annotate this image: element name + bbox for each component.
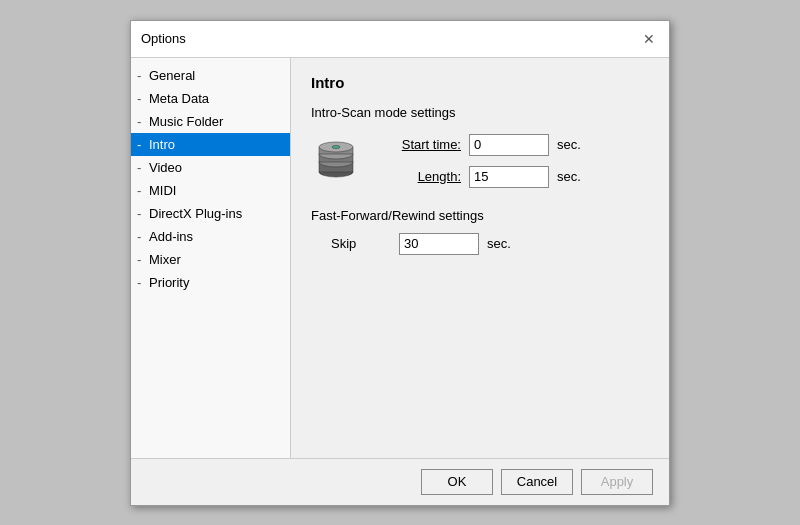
title-bar: Options ✕: [131, 21, 669, 58]
disk-icon: [311, 134, 361, 184]
apply-button[interactable]: Apply: [581, 469, 653, 495]
dialog-title: Options: [141, 31, 186, 46]
sidebar-item-music-folder[interactable]: Music Folder: [131, 110, 290, 133]
close-button[interactable]: ✕: [639, 29, 659, 49]
skip-input[interactable]: [399, 233, 479, 255]
sidebar: General Meta Data Music Folder Intro Vid…: [131, 58, 291, 458]
svg-point-7: [332, 145, 340, 148]
sidebar-item-meta-data[interactable]: Meta Data: [131, 87, 290, 110]
skip-label: Skip: [331, 236, 391, 251]
content-area: Intro Intro-Scan mode settings: [291, 58, 669, 458]
start-time-label: Start time:: [381, 137, 461, 152]
start-time-unit: sec.: [557, 137, 581, 152]
dialog-footer: OK Cancel Apply: [131, 458, 669, 505]
sidebar-item-mixer[interactable]: Mixer: [131, 248, 290, 271]
options-dialog: Options ✕ General Meta Data Music Folder…: [130, 20, 670, 506]
intro-scan-label: Intro-Scan mode settings: [311, 105, 649, 120]
cancel-button[interactable]: Cancel: [501, 469, 573, 495]
ff-section-label: Fast-Forward/Rewind settings: [311, 208, 649, 223]
ff-section: Fast-Forward/Rewind settings Skip sec.: [311, 208, 649, 255]
intro-fields: Start time: sec. Length: sec.: [381, 134, 581, 188]
sidebar-item-midi[interactable]: MIDI: [131, 179, 290, 202]
sidebar-item-priority[interactable]: Priority: [131, 271, 290, 294]
sidebar-item-video[interactable]: Video: [131, 156, 290, 179]
start-time-input[interactable]: [469, 134, 549, 156]
dialog-body: General Meta Data Music Folder Intro Vid…: [131, 58, 669, 458]
sidebar-item-add-ins[interactable]: Add-ins: [131, 225, 290, 248]
length-label: Length:: [381, 169, 461, 184]
length-input[interactable]: [469, 166, 549, 188]
length-unit: sec.: [557, 169, 581, 184]
sidebar-item-directx-plugins[interactable]: DirectX Plug-ins: [131, 202, 290, 225]
sidebar-item-general[interactable]: General: [131, 64, 290, 87]
start-time-row: Start time: sec.: [381, 134, 581, 156]
length-row: Length: sec.: [381, 166, 581, 188]
skip-unit: sec.: [487, 236, 511, 251]
sidebar-item-intro[interactable]: Intro: [131, 133, 290, 156]
content-title: Intro: [311, 74, 649, 91]
intro-scan-group: Start time: sec. Length: sec.: [311, 134, 649, 188]
skip-row: Skip sec.: [311, 233, 649, 255]
ok-button[interactable]: OK: [421, 469, 493, 495]
